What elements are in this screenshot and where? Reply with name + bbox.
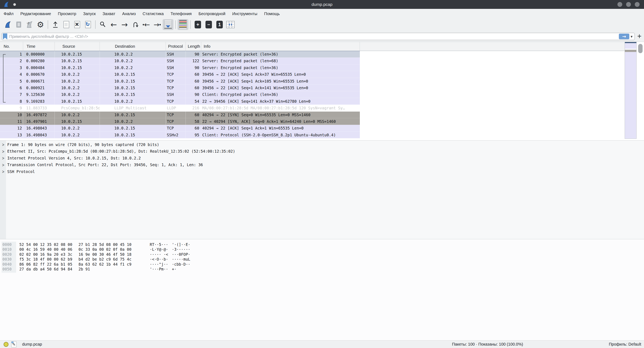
expand-chevron-icon[interactable]: > (0, 142, 6, 147)
go-back-icon[interactable]: ← (108, 19, 119, 30)
column-header-protocol[interactable]: Protocol (166, 42, 186, 51)
packet-row[interactable]: 13 16.498043 10.0.2.2 10.0.2.15 SSHv2 95… (0, 132, 360, 138)
last-packet-icon[interactable]: → (152, 19, 162, 30)
hex-offset: 0010 (0, 247, 17, 252)
detail-tree-row[interactable]: > SSH Protocol (0, 168, 644, 175)
packet-row[interactable]: 2 0.000280 10.0.2.15 10.0.2.2 SSH 122 Se… (0, 58, 360, 64)
packet-row[interactable]: 6 0.000921 10.0.2.2 10.0.2.15 TCP 60 394… (0, 85, 360, 91)
status-profile[interactable]: Профиль: Default (609, 342, 641, 346)
packet-row[interactable]: 5 0.000671 10.0.2.2 10.0.2.15 TCP 60 394… (0, 78, 360, 85)
menu-item[interactable]: Беспроводной (195, 9, 228, 19)
detail-tree-row[interactable]: > Internet Protocol Version 4, Src: 10.0… (0, 155, 644, 162)
menu-item[interactable]: Файл (0, 9, 17, 19)
close-file-icon[interactable]: ✕ (72, 19, 82, 30)
filter-dropdown-caret-icon[interactable]: ▾ (630, 34, 632, 39)
zoom-in-icon[interactable]: + (192, 19, 203, 30)
capture-comment-icon[interactable]: ✎ (11, 341, 16, 347)
apply-filter-arrow-icon[interactable]: → (619, 34, 629, 39)
filter-bookmark-icon[interactable] (3, 34, 7, 40)
filter-bar: → ▾ + (0, 31, 644, 42)
hex-ascii-left: RT··5··· (150, 242, 169, 247)
hex-bytes-right: 16 9e 00 30 46 4f 50 18 (78, 252, 133, 257)
hex-bytes-left: f5 3c 18 4f 00 00 62 b9 (19, 257, 74, 262)
packet-row[interactable]: 7 9.125630 10.0.2.2 10.0.2.15 SSH 90 Cli… (0, 91, 360, 98)
hex-ascii-left: ·L·Y@·@· (150, 247, 169, 252)
display-filter-field[interactable]: → ▾ (2, 33, 635, 40)
column-header-length[interactable]: Length (186, 42, 201, 51)
hex-row[interactable]: 0050 27 da db a4 50 6d 94 84 2b 91 '···P… (0, 267, 644, 271)
menu-item[interactable]: Запуск (80, 9, 99, 19)
column-header-info[interactable]: Info (201, 42, 360, 51)
zoom-original-icon[interactable]: 1 (214, 19, 225, 30)
hex-ascii-right: '·(]··E· (172, 242, 190, 247)
hex-ascii-left: ····· ·< (150, 252, 169, 257)
go-forward-icon[interactable]: → (119, 19, 130, 30)
expand-chevron-icon[interactable]: > (0, 149, 6, 154)
packet-row[interactable]: 11 16.497901 10.0.2.15 10.0.2.2 TCP 58 2… (0, 118, 360, 125)
expert-info-icon[interactable] (4, 342, 8, 347)
column-header-destination[interactable]: Destination (100, 42, 166, 51)
menu-item[interactable]: Инструменты (229, 9, 261, 19)
hex-bytes-left: 52 54 00 12 35 02 08 00 (19, 242, 74, 247)
packet-row[interactable]: 1 0.000000 10.0.2.15 10.0.2.2 SSH 90 Ser… (0, 51, 360, 58)
menu-item[interactable]: Статистика (139, 9, 167, 19)
column-header-no[interactable]: No. (0, 42, 23, 51)
hex-row[interactable]: 0010 00 4c 16 59 40 00 40 06 0c 33 0a 00… (0, 247, 644, 252)
hex-bytes-right: b4 d2 be b2 c9 6d 75 4c (78, 257, 133, 262)
colorize-toggle-icon[interactable] (178, 19, 188, 30)
hex-ascii-right: ···0FOP· (172, 252, 190, 257)
zoom-out-icon[interactable]: − (203, 19, 214, 30)
menu-item[interactable]: Редактирование (17, 9, 54, 19)
auto-scroll-toggle-icon[interactable] (162, 19, 174, 30)
hex-row[interactable]: 0030 f5 3c 18 4f 00 00 62 b9 b4 d2 be b2… (0, 257, 644, 262)
menu-item[interactable]: Захват (99, 9, 118, 19)
packet-row[interactable]: 10 16.497872 10.0.2.2 10.0.2.15 TCP 60 4… (0, 112, 360, 118)
packet-row[interactable]: 12 16.498043 10.0.2.2 10.0.2.15 TCP 60 4… (0, 125, 360, 132)
detail-tree-row[interactable]: > Transmission Control Protocol, Src Por… (0, 162, 644, 168)
status-packet-counts: Пакеты: 100 · Показаны: 100 (100.0%) (452, 342, 523, 346)
display-filter-input[interactable] (7, 34, 619, 39)
save-file-icon[interactable] (61, 19, 72, 30)
packet-list-minimap[interactable] (625, 42, 636, 139)
packet-row[interactable]: 4 0.000670 10.0.2.2 10.0.2.15 TCP 60 394… (0, 71, 360, 78)
start-capture-icon[interactable] (2, 19, 13, 30)
expand-chevron-icon[interactable]: > (0, 169, 6, 174)
open-file-icon[interactable] (50, 19, 61, 30)
add-filter-button[interactable]: + (636, 32, 643, 40)
window-minimize-button[interactable] (618, 2, 622, 7)
resize-columns-icon[interactable] (225, 19, 236, 30)
detail-tree-row[interactable]: > Frame 1: 90 bytes on wire (720 bits), … (0, 141, 644, 148)
reload-file-icon[interactable]: ↻ (82, 19, 94, 30)
packet-row[interactable]: 9 11.883733 PcsCompu_b1:28:5d LLDP_Multi… (0, 105, 360, 111)
packet-list-scrollbar-thumb[interactable] (638, 44, 642, 53)
hex-dump-pane: 0000 52 54 00 12 35 02 08 00 27 b1 28 5d… (0, 239, 644, 340)
column-header-source[interactable]: Source (55, 42, 100, 51)
first-packet-icon[interactable]: ← (141, 19, 152, 30)
hex-ascii-right: +· (172, 267, 176, 271)
hex-row[interactable]: 0040 86 06 82 ff 22 6a b1 05 8a 63 62 62… (0, 262, 644, 267)
menu-item[interactable]: Анализ (119, 9, 139, 19)
stop-capture-icon[interactable] (13, 19, 24, 30)
hex-ascii-left: '···Pm·· (150, 267, 169, 271)
hex-row[interactable]: 0020 02 02 00 16 9a 20 e3 3c 16 9e 00 30… (0, 252, 644, 257)
packet-row[interactable]: 8 9.169283 10.0.2.15 10.0.2.2 TCP 54 22 … (0, 98, 360, 105)
hex-bytes-right: 0c 33 0a 00 02 0f 0a 00 (78, 247, 133, 252)
menu-item[interactable]: Просмотр (54, 9, 80, 19)
packet-row[interactable]: 3 0.000484 10.0.2.15 10.0.2.2 SSH 90 Ser… (0, 65, 360, 71)
capture-options-gear-icon[interactable]: ⚙ (35, 19, 46, 30)
packet-list-pane: No. Time Source Destination Protocol Len… (0, 42, 644, 140)
related-packets-bracket (3, 54, 6, 103)
menu-item[interactable]: Помощь (261, 9, 283, 19)
menu-item[interactable]: Телефония (167, 9, 195, 19)
hex-ascii-right: ·3······ (172, 247, 190, 252)
expand-chevron-icon[interactable]: > (0, 155, 6, 161)
window-maximize-button[interactable] (626, 2, 631, 7)
restart-capture-icon[interactable]: ↺ (24, 19, 35, 30)
column-header-time[interactable]: Time (23, 42, 55, 51)
hex-row[interactable]: 0000 52 54 00 12 35 02 08 00 27 b1 28 5d… (0, 242, 644, 247)
expand-chevron-icon[interactable]: > (0, 162, 6, 167)
detail-tree-row[interactable]: > Ethernet II, Src: PcsCompu_b1:28:5d (0… (0, 148, 644, 155)
window-close-button[interactable] (635, 2, 640, 7)
find-packet-icon[interactable] (98, 19, 108, 30)
go-to-packet-icon[interactable] (130, 19, 141, 30)
